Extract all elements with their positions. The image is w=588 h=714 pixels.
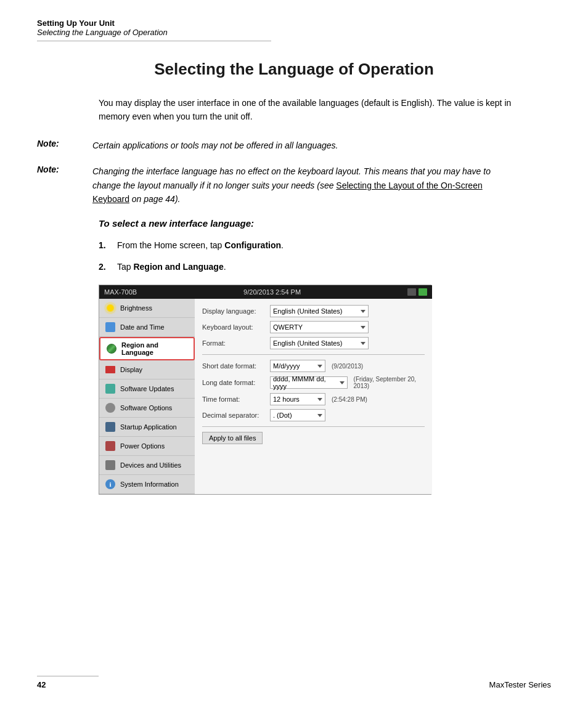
apply-button[interactable]: Apply to all files — [202, 432, 263, 444]
hint-short-date: (9/20/2013) — [332, 363, 363, 370]
select-long-date[interactable]: dddd, MMMM dd, yyyy — [270, 376, 348, 389]
body-paragraph: You may display the user interface in on… — [99, 96, 514, 124]
form-row-time: Time format: 12 hours (2:54:28 PM) — [202, 393, 425, 405]
control-time: 12 hours (2:54:28 PM) — [270, 393, 425, 405]
sidebar-item-startup[interactable]: Startup Application — [99, 418, 195, 437]
sidebar-item-software-options[interactable]: Software Options — [99, 399, 195, 418]
chevron-down-icon — [317, 365, 322, 368]
sidebar-label-region: Region and Language — [121, 341, 189, 356]
ui-content: Brightness Date and Time Reg — [99, 299, 432, 494]
chevron-down-icon — [361, 326, 365, 329]
step-1-after: . — [281, 240, 284, 250]
label-display-language: Display language: — [202, 307, 270, 315]
software-updates-icon — [104, 383, 116, 395]
title-bar-datetime: 9/20/2013 2:54 PM — [243, 288, 301, 296]
sidebar-label-system-info: System Information — [120, 481, 179, 488]
select-decimal[interactable]: . (Dot) — [270, 409, 325, 421]
step-2: 2. Tap Region and Language. — [99, 260, 514, 274]
step-2-after: . — [224, 262, 226, 272]
control-short-date: M/d/yyyy (9/20/2013) — [270, 360, 425, 372]
chevron-down-icon — [361, 342, 365, 345]
date-icon — [104, 321, 116, 333]
label-long-date: Long date format: — [202, 379, 270, 386]
step-1-plain: From the Home screen, tap — [117, 240, 224, 250]
header-italic: Selecting the Language of Operation — [37, 28, 551, 37]
form-row-display-language: Display language: English (United States… — [202, 305, 425, 317]
chevron-down-icon — [340, 381, 345, 384]
header-divider — [37, 41, 271, 41]
sidebar-item-power[interactable]: Power Options — [99, 437, 195, 456]
select-short-date[interactable]: M/d/yyyy — [270, 360, 325, 372]
step-1-num: 1. — [99, 238, 117, 252]
page-container: Setting Up Your Unit Selecting the Langu… — [0, 0, 588, 714]
devices-icon — [104, 459, 116, 471]
sidebar-label-power: Power Options — [120, 442, 165, 450]
form-row-decimal: Decimal separator: . (Dot) — [202, 409, 425, 421]
select-display-language[interactable]: English (United States) — [270, 305, 369, 317]
sidebar-label-display: Display — [120, 366, 142, 373]
select-format[interactable]: English (United States) — [270, 337, 369, 349]
sidebar-item-region[interactable]: Region and Language — [99, 337, 195, 360]
label-keyboard: Keyboard layout: — [202, 323, 270, 331]
header-bold: Setting Up Your Unit — [37, 18, 551, 28]
sidebar-label-brightness: Brightness — [120, 304, 152, 312]
sidebar-item-system-info[interactable]: i System Information — [99, 475, 195, 494]
chevron-down-icon — [361, 310, 365, 313]
label-decimal: Decimal separator: — [202, 412, 270, 419]
main-panel: Display language: English (United States… — [195, 299, 432, 494]
title-bar: MAX-700B 9/20/2013 2:54 PM — [99, 285, 432, 299]
apply-button-container: Apply to all files — [202, 432, 425, 444]
form-row-keyboard: Keyboard layout: QWERTY — [202, 321, 425, 333]
procedure-heading: To select a new interface language: — [99, 218, 551, 229]
title-bar-device: MAX-700B — [104, 288, 137, 296]
title-bar-icon-1 — [407, 288, 416, 296]
sidebar-label-devices: Devices and Utilities — [120, 461, 181, 469]
software-options-icon — [104, 402, 116, 414]
label-format: Format: — [202, 339, 270, 347]
footer-divider-left — [37, 676, 99, 676]
form-row-short-date: Short date format: M/d/yyyy (9/20/2013) — [202, 360, 425, 372]
step-1: 1. From the Home screen, tap Configurati… — [99, 238, 514, 252]
hint-long-date: (Friday, September 20, 2013) — [354, 376, 425, 389]
step-2-num: 2. — [99, 260, 117, 274]
note-2: Note: Changing the interface language ha… — [37, 164, 514, 206]
header-section: Setting Up Your Unit Selecting the Langu… — [37, 18, 551, 41]
label-short-date: Short date format: — [202, 362, 270, 370]
note-2-after: on page 44). — [129, 194, 181, 204]
footer-right: MaxTester Series — [489, 680, 551, 689]
chevron-down-icon — [317, 414, 322, 417]
screenshot-container: MAX-700B 9/20/2013 2:54 PM Brightnes — [99, 285, 431, 495]
sidebar-label-software-updates: Software Updates — [120, 385, 174, 392]
sidebar-item-software-updates[interactable]: Software Updates — [99, 379, 195, 399]
footer-page-number: 42 — [37, 680, 46, 689]
note-1-label: Note: — [37, 139, 92, 152]
sidebar-item-date-time[interactable]: Date and Time — [99, 318, 195, 337]
chevron-down-icon — [317, 398, 322, 401]
page-title: Selecting the Language of Operation — [37, 60, 551, 79]
step-2-text: Tap Region and Language. — [117, 260, 226, 274]
region-icon — [105, 343, 118, 355]
sidebar-item-display[interactable]: Display — [99, 360, 195, 379]
footer-left: 42 — [37, 676, 99, 689]
page-footer: 42 MaxTester Series — [37, 676, 551, 689]
control-format: English (United States) — [270, 337, 425, 349]
form-divider-2 — [202, 426, 425, 427]
select-keyboard[interactable]: QWERTY — [270, 321, 369, 333]
sidebar-label-startup: Startup Application — [120, 423, 177, 431]
step-2-plain: Tap — [117, 262, 133, 272]
hint-time: (2:54:28 PM) — [332, 396, 367, 403]
control-decimal: . (Dot) — [270, 409, 425, 421]
note-2-label: Note: — [37, 164, 92, 206]
device-ui: MAX-700B 9/20/2013 2:54 PM Brightnes — [99, 285, 432, 494]
sidebar-item-brightness[interactable]: Brightness — [99, 299, 195, 318]
brightness-icon — [104, 302, 116, 314]
footer-product-name: MaxTester Series — [489, 680, 551, 689]
form-row-long-date: Long date format: dddd, MMMM dd, yyyy (F… — [202, 376, 425, 389]
sidebar-label-date: Date and Time — [120, 323, 165, 331]
sidebar-label-software-options: Software Options — [120, 404, 172, 412]
label-time: Time format: — [202, 396, 270, 403]
step-1-text: From the Home screen, tap Configuration. — [117, 238, 284, 252]
title-bar-icon-2 — [419, 288, 427, 296]
sidebar-item-devices[interactable]: Devices and Utilities — [99, 456, 195, 475]
select-time[interactable]: 12 hours — [270, 393, 325, 405]
